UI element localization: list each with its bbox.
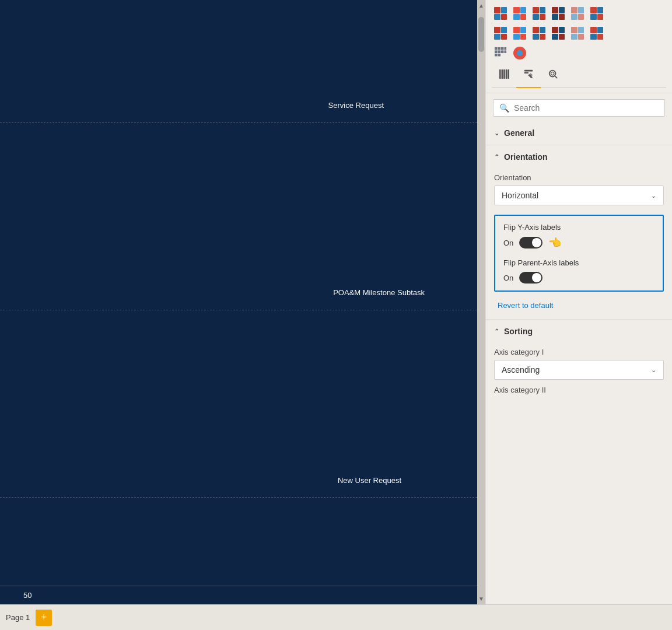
orientation-value: Horizontal (502, 191, 538, 200)
svg-point-19 (551, 72, 554, 75)
cursor-hand-icon: 👈 (548, 236, 561, 249)
axis-category-1-dropdown[interactable]: Ascending ⌄ (494, 360, 664, 380)
viz-icon-3[interactable] (530, 5, 548, 22)
orientation-section-content: Orientation Horizontal ⌄ (486, 173, 672, 211)
viz-icon-7[interactable] (492, 24, 509, 42)
panel-tab-bar (492, 64, 666, 88)
svg-rect-2 (501, 47, 504, 50)
scroll-up-arrow[interactable]: ▲ (478, 0, 484, 11)
search-icon: 🔍 (499, 103, 509, 113)
viz-icon-5[interactable] (569, 5, 586, 22)
grid-viz-icon[interactable] (492, 44, 509, 62)
svg-rect-14 (508, 69, 509, 79)
divider-2 (486, 319, 672, 320)
flip-y-toggle-row: On 👈 (503, 236, 654, 249)
orientation-field-label: Orientation (494, 173, 664, 182)
tab-analytics[interactable] (541, 64, 565, 87)
tab-format[interactable] (516, 64, 541, 87)
svg-rect-9 (498, 54, 501, 57)
chart-row: POA&M Milestone Subtask (0, 275, 477, 310)
svg-point-17 (550, 71, 556, 77)
svg-rect-0 (495, 47, 498, 50)
viz-icons-row-3 (492, 44, 666, 62)
panel-scroll[interactable]: 🔍 ⌄ General ⌃ Orientation Orientation Ho… (486, 93, 672, 604)
chart-row: New User Request (0, 463, 477, 498)
viz-toolbar (486, 0, 672, 93)
svg-line-18 (555, 76, 557, 78)
scroll-down-arrow[interactable]: ▼ (478, 593, 484, 604)
chart-x-axis: 50 (0, 586, 477, 604)
viz-icon-6[interactable] (588, 5, 606, 22)
chart-row-label-1: Service Request (328, 101, 384, 110)
chart-area: Service Request POA&M Milestone Subtask … (0, 0, 477, 604)
flip-parent-toggle-on-label: On (503, 274, 513, 282)
chart-content: Service Request POA&M Milestone Subtask … (0, 0, 477, 586)
tab-fields[interactable] (492, 64, 516, 87)
flip-y-toggle[interactable] (519, 237, 542, 249)
svg-rect-4 (495, 50, 498, 53)
flip-section: Flip Y-Axis labels On 👈 Flip Parent-Axis… (494, 215, 664, 292)
axis-category-1-chevron: ⌄ (651, 366, 656, 374)
sorting-chevron-up: ⌃ (494, 328, 499, 335)
orientation-section-header[interactable]: ⌃ Orientation (486, 146, 672, 167)
svg-rect-6 (501, 50, 504, 53)
axis-category-1-label: Axis category I (494, 348, 664, 356)
viz-icons-row-2 (492, 24, 666, 42)
axis-category-1-value: Ascending (502, 365, 540, 374)
page-1-tab[interactable]: Page 1 (6, 613, 30, 622)
axis-category-2-label: Axis category II (494, 386, 664, 394)
flip-parent-toggle-row: On (503, 272, 654, 284)
orientation-dropdown[interactable]: Horizontal ⌄ (494, 186, 664, 205)
viz-icon-10[interactable] (550, 24, 567, 42)
svg-rect-5 (498, 50, 501, 53)
right-panel: 🔍 ⌄ General ⌃ Orientation Orientation Ho… (485, 0, 672, 604)
flip-y-axis-label: Flip Y-Axis labels (503, 223, 654, 232)
viz-icons-row-1 (492, 5, 666, 22)
general-chevron-down: ⌄ (494, 130, 499, 137)
viz-icon-4[interactable] (550, 5, 567, 22)
chart-row-label-2: POA&M Milestone Subtask (333, 288, 425, 297)
viz-icon-8[interactable] (511, 24, 528, 42)
viz-icon-2[interactable] (511, 5, 528, 22)
add-page-button[interactable]: + (36, 610, 52, 626)
general-section-header[interactable]: ⌄ General (486, 123, 672, 144)
svg-rect-7 (504, 50, 506, 53)
orientation-dropdown-chevron: ⌄ (651, 192, 656, 200)
viz-icon-11[interactable] (569, 24, 586, 42)
svg-rect-1 (498, 47, 501, 50)
rose-viz-icon[interactable] (511, 44, 528, 62)
chart-row: Service Request (0, 88, 477, 123)
chart-row-label-3: New User Request (338, 476, 401, 485)
x-axis-value: 50 (23, 591, 32, 600)
svg-rect-11 (502, 69, 503, 79)
sorting-section-label: Sorting (504, 327, 533, 336)
flip-parent-toggle[interactable] (519, 272, 542, 284)
revert-to-default-button[interactable]: Revert to default (494, 298, 556, 313)
flip-parent-axis-label: Flip Parent-Axis labels (503, 258, 654, 267)
flip-y-toggle-on-label: On (503, 239, 513, 247)
viz-icon-12[interactable] (588, 24, 606, 42)
svg-rect-12 (503, 69, 505, 79)
search-box[interactable]: 🔍 (493, 99, 665, 117)
scrollbar-thumb[interactable] (478, 17, 484, 52)
sorting-section-header[interactable]: ⌃ Sorting (486, 321, 672, 342)
orientation-section-label: Orientation (504, 152, 548, 162)
bottom-bar: Page 1 + (0, 604, 672, 630)
svg-rect-8 (495, 54, 498, 57)
chart-scrollbar[interactable]: ▲ ▼ (477, 0, 485, 604)
search-input[interactable] (514, 103, 659, 113)
sorting-section-content: Axis category I Ascending ⌄ Axis categor… (486, 348, 672, 404)
viz-icon-9[interactable] (530, 24, 548, 42)
svg-rect-10 (499, 69, 501, 79)
general-section-label: General (504, 128, 534, 138)
orientation-chevron-up: ⌃ (494, 153, 499, 161)
svg-rect-16 (524, 72, 528, 74)
svg-rect-13 (506, 69, 508, 79)
divider-1 (486, 145, 672, 145)
viz-icon-1[interactable] (492, 5, 509, 22)
svg-rect-15 (524, 70, 533, 72)
svg-rect-3 (504, 47, 506, 50)
